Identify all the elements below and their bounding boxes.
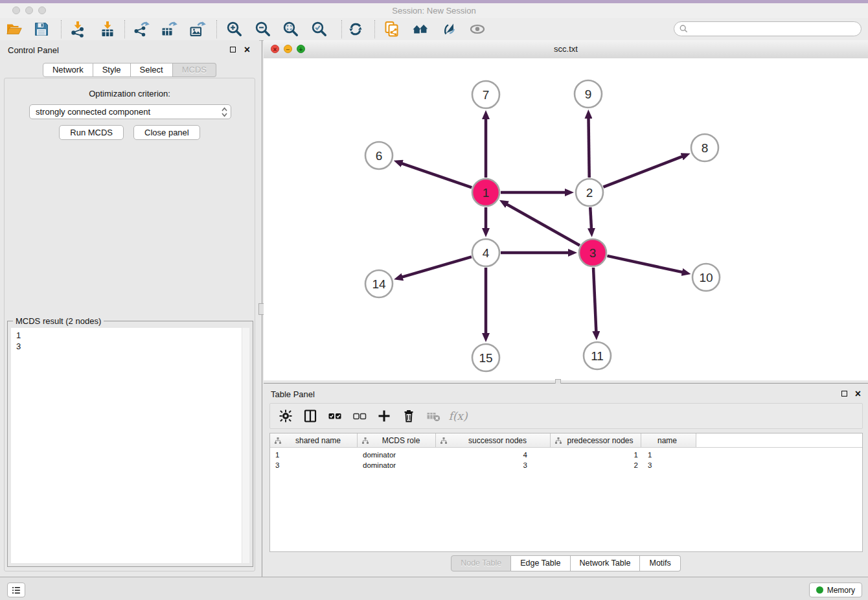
tab-network[interactable]: Network (43, 63, 93, 77)
cell-shared-name[interactable]: 3 (270, 461, 358, 469)
table-panel-float-icon[interactable] (841, 391, 847, 397)
svg-text:8: 8 (702, 141, 709, 155)
select-all-icon[interactable] (328, 409, 342, 423)
graph-edge-4-14[interactable] (402, 257, 472, 277)
table-header-row: shared name MCDS role successor nodes pr… (270, 433, 862, 448)
tree-icon (274, 437, 282, 444)
graph-node-15[interactable]: 15 (472, 344, 499, 371)
fx-label: f(x) (448, 410, 467, 422)
network-canvas[interactable]: 7968124314101511 (264, 58, 868, 380)
task-history-button[interactable] (7, 583, 25, 597)
deselect-all-icon[interactable] (352, 409, 367, 423)
memory-button[interactable]: Memory (809, 583, 862, 597)
cell-mcds-role[interactable]: dominator (358, 461, 436, 469)
graph-node-11[interactable]: 11 (584, 342, 611, 369)
graph-node-4[interactable]: 4 (472, 239, 499, 266)
tab-node-table[interactable]: Node Table (451, 555, 511, 571)
cell-successor-nodes[interactable]: 4 (436, 451, 551, 459)
import-table-icon[interactable] (99, 21, 116, 38)
close-panel-button[interactable]: Close panel (133, 125, 200, 140)
control-panel-float-icon[interactable] (230, 47, 236, 52)
export-network-icon[interactable] (133, 21, 150, 38)
show-column-icon[interactable] (303, 409, 317, 423)
graph-edge-2-9[interactable] (588, 118, 589, 178)
graph-node-14[interactable]: 14 (365, 270, 393, 297)
search-input[interactable] (691, 24, 861, 34)
graph-node-9[interactable]: 9 (575, 80, 602, 108)
function-builder-icon[interactable]: f(x) (451, 409, 465, 423)
cell-successor-nodes[interactable]: 3 (436, 461, 551, 469)
add-row-icon[interactable] (377, 409, 391, 423)
graph-edge-2-3[interactable] (590, 207, 591, 229)
delete-table-icon[interactable] (426, 409, 440, 423)
copy-network-icon[interactable] (383, 21, 400, 38)
graph-node-10[interactable]: 10 (692, 264, 720, 291)
memory-label: Memory (827, 586, 855, 595)
style-visibility-icon[interactable] (440, 21, 457, 38)
graph-node-7[interactable]: 7 (472, 81, 499, 108)
cell-name[interactable]: 1 (641, 451, 696, 459)
graph-edge-2-8[interactable] (603, 156, 682, 187)
table-panel-close-icon[interactable]: × (855, 390, 861, 398)
mcds-result-text: 1 3 (11, 328, 249, 563)
svg-text:2: 2 (586, 186, 593, 200)
svg-text:7: 7 (483, 88, 490, 102)
graph-node-1[interactable]: 1 (472, 179, 499, 206)
network-window-title: scc.txt (264, 40, 868, 58)
svg-text:15: 15 (479, 351, 492, 365)
tab-network-table[interactable]: Network Table (571, 555, 641, 571)
graph-node-6[interactable]: 6 (365, 142, 393, 169)
table-row[interactable]: 3 dominator 3 2 3 (270, 460, 862, 470)
export-table-icon[interactable] (161, 21, 177, 38)
import-network-icon[interactable] (69, 21, 86, 38)
table-settings-gear-icon[interactable] (279, 409, 293, 423)
column-header-predecessor-nodes[interactable]: predecessor nodes (551, 433, 641, 447)
control-panel: Control Panel × Network Style Select MCD… (0, 40, 259, 577)
home-icon[interactable] (412, 21, 429, 38)
zoom-selected-icon[interactable] (311, 21, 328, 38)
zoom-out-icon[interactable] (255, 21, 271, 38)
tab-style[interactable]: Style (93, 63, 131, 77)
column-header-successor-nodes[interactable]: successor nodes (436, 433, 551, 447)
optimization-criterion-label: Optimization criterion: (5, 89, 255, 98)
tab-motifs[interactable]: Motifs (640, 555, 680, 571)
tab-mcds[interactable]: MCDS (173, 63, 216, 77)
refresh-layout-icon[interactable] (347, 21, 364, 38)
cell-shared-name[interactable]: 1 (270, 451, 358, 459)
visibility-eye-icon[interactable] (469, 21, 486, 38)
result-scrollbar[interactable] (242, 328, 249, 563)
mcds-result-title: MCDS result (2 nodes) (13, 316, 104, 326)
cell-name[interactable]: 3 (641, 461, 696, 469)
export-image-icon[interactable] (189, 21, 206, 38)
run-mcds-button[interactable]: Run MCDS (59, 125, 124, 140)
column-header-mcds-role[interactable]: MCDS role (358, 433, 436, 447)
graph-node-3[interactable]: 3 (579, 239, 606, 266)
network-graph[interactable]: 7968124314101511 (264, 58, 868, 380)
svg-text:3: 3 (589, 246, 597, 260)
graph-edge-3-11[interactable] (593, 268, 596, 332)
list-icon (11, 585, 21, 595)
graph-edge-3-10[interactable] (607, 256, 682, 272)
control-panel-close-icon[interactable]: × (244, 46, 250, 54)
graph-edge-3-1[interactable] (507, 204, 580, 246)
criterion-select[interactable]: strongly connected component (29, 104, 231, 119)
tab-select[interactable]: Select (131, 63, 173, 77)
zoom-in-icon[interactable] (226, 21, 243, 38)
tab-edge-table[interactable]: Edge Table (511, 555, 570, 571)
criterion-select-value: strongly connected component (36, 107, 150, 117)
column-header-shared-name[interactable]: shared name (270, 433, 358, 447)
cell-predecessor-nodes[interactable]: 2 (551, 461, 641, 469)
cell-predecessor-nodes[interactable]: 1 (551, 451, 641, 459)
delete-row-icon[interactable] (402, 409, 416, 423)
open-session-icon[interactable] (6, 21, 23, 38)
table-row[interactable]: 1 dominator 4 1 1 (270, 450, 862, 460)
zoom-fit-icon[interactable] (282, 21, 299, 38)
save-session-icon[interactable] (33, 21, 50, 38)
graph-node-8[interactable]: 8 (691, 134, 718, 161)
right-stack: × − + scc.txt 7968124314101511 Table Pan… (264, 40, 868, 577)
graph-node-2[interactable]: 2 (576, 179, 603, 206)
column-header-name[interactable]: name (641, 433, 696, 447)
graph-edge-1-6[interactable] (402, 163, 472, 187)
cell-mcds-role[interactable]: dominator (358, 451, 436, 459)
node-table: shared name MCDS role successor nodes pr… (269, 433, 863, 552)
